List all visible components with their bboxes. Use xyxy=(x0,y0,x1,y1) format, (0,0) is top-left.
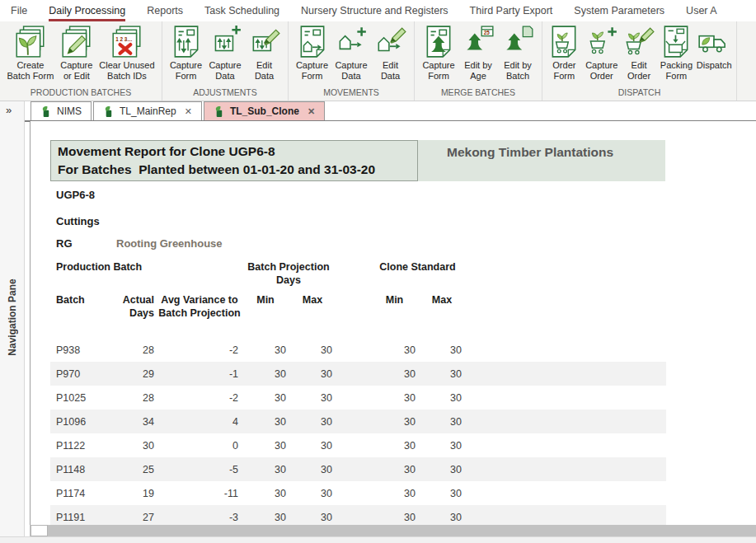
menu-daily-processing[interactable]: Daily Processing xyxy=(49,1,125,21)
cell-batch: P1191 xyxy=(50,512,104,523)
svg-text:25: 25 xyxy=(484,30,491,35)
clear-unused-batch-ids-button[interactable]: 1 2 3… Clear UnusedBatch IDs xyxy=(99,24,154,82)
cell-batch: P1148 xyxy=(50,464,104,475)
menu-bar: File Daily Processing Reports Task Sched… xyxy=(0,0,756,21)
cell-std_min: 30 xyxy=(370,440,419,452)
tab-close-icon[interactable]: ✕ xyxy=(185,106,192,117)
navigation-pane-collapsed[interactable]: » Navigation Pane xyxy=(0,101,25,536)
svg-text:1 2 3…: 1 2 3… xyxy=(115,36,132,42)
button-label: Edit byAge xyxy=(464,60,492,82)
cell-std_min: 30 xyxy=(370,368,419,380)
create-batch-form-button[interactable]: CreateBatch Form xyxy=(7,24,54,82)
button-label: CaptureForm xyxy=(296,60,328,82)
cell-proj_min: 30 xyxy=(242,368,289,380)
movements-edit-data-button[interactable]: EditData xyxy=(373,24,408,82)
expand-nav-pane-icon[interactable]: » xyxy=(0,101,24,116)
cell-batch: P1025 xyxy=(50,392,104,404)
menu-task-scheduling[interactable]: Task Scheduling xyxy=(204,1,279,21)
cell-proj_min: 30 xyxy=(242,488,289,499)
button-label: Edit byBatch xyxy=(504,60,532,82)
menu-third-party-export[interactable]: Third Party Export xyxy=(470,1,553,21)
menu-system-parameters[interactable]: System Parameters xyxy=(574,1,664,21)
movements-capture-form-button[interactable]: CaptureForm xyxy=(295,24,330,82)
button-label: CreateBatch Form xyxy=(7,60,54,82)
movements-capture-data-button[interactable]: CaptureData xyxy=(334,24,369,82)
group-label-adjustments: ADJUSTMENTS xyxy=(162,86,288,101)
movements-capture-data-icon xyxy=(334,25,369,59)
ribbon-group-movements: CaptureForm CaptureData xyxy=(289,21,415,101)
cell-batch: P1096 xyxy=(50,416,104,428)
navigation-pane-label: Navigation Pane xyxy=(7,279,18,355)
merge-edit-by-batch-button[interactable]: Edit byBatch xyxy=(500,24,535,82)
column-header-actual-days: Actual Days xyxy=(104,294,157,320)
adjustments-edit-data-button[interactable]: EditData xyxy=(247,24,282,82)
menu-file[interactable]: File xyxy=(11,1,27,21)
cell-proj_min: 30 xyxy=(242,440,289,452)
capture-or-edit-button[interactable]: Captureor Edit xyxy=(59,24,94,82)
cell-avg_variance: -2 xyxy=(157,392,242,404)
cell-std_max: 30 xyxy=(419,488,465,499)
table-row: P117419-1130303030 xyxy=(50,481,666,505)
cell-proj_max: 30 xyxy=(289,392,336,404)
menu-user-admin[interactable]: User A xyxy=(686,1,717,21)
movements-edit-data-icon xyxy=(373,25,408,59)
adjustments-capture-form-button[interactable]: CaptureForm xyxy=(169,24,204,82)
cell-std_max: 30 xyxy=(419,440,465,452)
dispatch-button[interactable]: Dispatch xyxy=(697,24,732,71)
report-end-gray-band xyxy=(30,525,756,536)
report-title-line1: Movement Report for Clone UGP6-8 xyxy=(58,143,417,161)
cell-actual_days: 28 xyxy=(104,344,157,356)
cell-std_max: 30 xyxy=(419,416,465,428)
table-row: P97029-130303030 xyxy=(50,362,666,386)
merge-capture-form-button[interactable]: CaptureForm xyxy=(421,24,456,82)
group-header-production-batch: Production Batch xyxy=(56,261,142,273)
dispatch-truck-icon xyxy=(697,25,731,59)
cell-avg_variance: -1 xyxy=(157,368,242,380)
order-form-button[interactable]: OrderForm xyxy=(547,24,581,82)
column-header-avg-variance: Avg Variance to Batch Projection xyxy=(157,294,242,320)
merge-capture-form-icon xyxy=(421,25,456,59)
cell-avg_variance: 0 xyxy=(157,440,242,452)
cell-actual_days: 19 xyxy=(104,488,157,499)
report-title-line2: For Batches Planted between 01-01-20 and… xyxy=(58,161,417,179)
capture-order-button[interactable]: CaptureOrder xyxy=(585,24,619,82)
report-page: Movement Report for Clone UGP6-8 For Bat… xyxy=(30,121,756,525)
cell-std_min: 30 xyxy=(370,416,419,428)
column-header-batch: Batch xyxy=(50,294,104,320)
button-label: CaptureForm xyxy=(170,60,202,82)
tab-close-icon[interactable]: ✕ xyxy=(308,106,315,117)
material-type-label: Cuttings xyxy=(56,215,100,227)
menu-nursery-structure[interactable]: Nursery Structure and Registers xyxy=(301,1,448,21)
button-label: CaptureOrder xyxy=(585,60,617,82)
horizontal-scrollbar[interactable] xyxy=(0,536,756,543)
table-row: P109634430303030 xyxy=(50,410,666,433)
cell-proj_max: 30 xyxy=(289,416,336,428)
button-label: PackingForm xyxy=(660,60,693,82)
plant-tab-icon xyxy=(103,105,114,118)
cell-proj_max: 30 xyxy=(289,344,336,356)
adjustments-capture-data-button[interactable]: CaptureData xyxy=(208,24,242,82)
cell-batch: P970 xyxy=(50,368,104,380)
packing-form-icon xyxy=(659,25,693,59)
clone-code-label: UGP6-8 xyxy=(56,189,95,201)
cell-actual_days: 29 xyxy=(104,368,157,380)
cell-actual_days: 25 xyxy=(104,464,157,475)
plant-tab-icon xyxy=(214,105,224,118)
cell-batch: P1174 xyxy=(50,488,104,499)
edit-order-button[interactable]: EditOrder xyxy=(622,24,656,82)
tab-nims[interactable]: NIMS xyxy=(31,101,92,120)
column-header-standard-min: Min xyxy=(370,294,419,320)
cell-proj_max: 30 xyxy=(289,368,336,380)
menu-reports[interactable]: Reports xyxy=(147,1,183,21)
tab-tl-mainrep[interactable]: TL_MainRep ✕ xyxy=(93,101,202,120)
cell-proj_max: 30 xyxy=(289,440,336,452)
cell-avg_variance: -2 xyxy=(157,344,242,356)
merge-edit-by-age-button[interactable]: 25 Edit byAge xyxy=(461,24,495,82)
adjustments-capture-data-icon xyxy=(208,25,242,59)
cell-proj_min: 30 xyxy=(242,416,289,428)
tab-tl-sub-clone[interactable]: TL_Sub_Clone ✕ xyxy=(204,101,325,120)
packing-form-button[interactable]: PackingForm xyxy=(659,24,693,82)
plant-tab-icon xyxy=(40,105,51,118)
cell-batch: P1122 xyxy=(50,440,104,452)
stage-code-label: RG xyxy=(56,237,73,250)
